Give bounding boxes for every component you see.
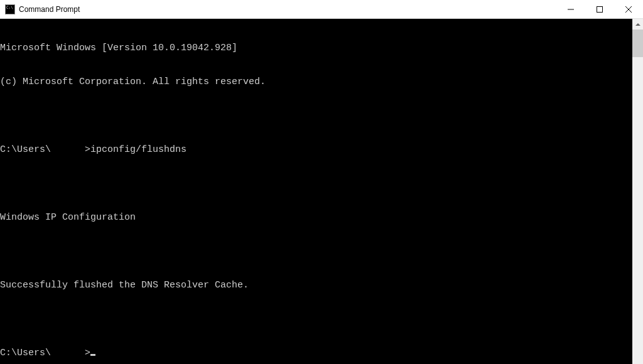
titlebar[interactable]: Command Prompt (0, 0, 643, 19)
terminal-line (0, 110, 632, 122)
close-icon (625, 6, 632, 13)
window-title: Command Prompt (19, 5, 80, 14)
scroll-track[interactable] (632, 29, 643, 364)
svg-rect-1 (597, 6, 603, 12)
maximize-icon (597, 6, 603, 13)
scroll-thumb[interactable] (632, 29, 643, 57)
terminal-prompt-line: C:\Users\ > (0, 348, 632, 359)
terminal-output[interactable]: Microsoft Windows [Version 10.0.19042.92… (0, 19, 632, 364)
terminal-line: Successfully flushed the DNS Resolver Ca… (0, 280, 632, 291)
svg-marker-4 (635, 23, 640, 26)
terminal-line: Windows IP Configuration (0, 212, 632, 223)
terminal-line (0, 178, 632, 190)
client-area: Microsoft Windows [Version 10.0.19042.92… (0, 19, 643, 364)
chevron-up-icon (635, 23, 640, 26)
maximize-button[interactable] (585, 0, 614, 19)
terminal-line (0, 246, 632, 257)
terminal-line: (c) Microsoft Corporation. All rights re… (0, 77, 632, 88)
terminal-prompt: C:\Users\ > (0, 348, 90, 358)
terminal-line: Microsoft Windows [Version 10.0.19042.92… (0, 43, 632, 54)
minimize-icon (568, 6, 574, 13)
terminal-line: C:\Users\ >ipconfig/flushdns (0, 144, 632, 156)
vertical-scrollbar[interactable] (632, 19, 643, 364)
cursor-icon (90, 354, 95, 356)
close-button[interactable] (614, 0, 643, 19)
terminal-line (0, 314, 632, 325)
minimize-button[interactable] (556, 0, 585, 19)
scroll-up-button[interactable] (632, 19, 643, 29)
cmd-icon (5, 4, 15, 14)
